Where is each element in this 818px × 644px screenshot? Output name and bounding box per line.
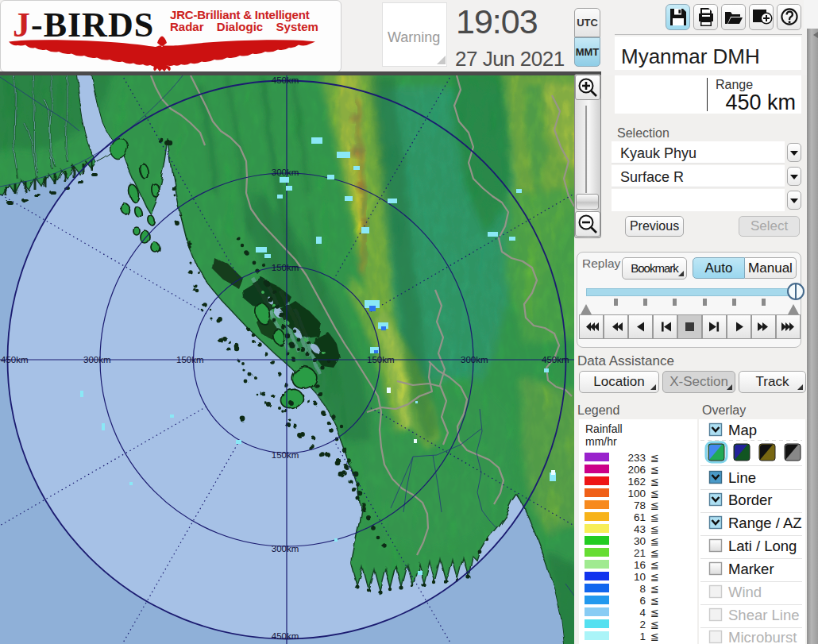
svg-text:≦: ≦: [650, 452, 659, 464]
svg-text:43: 43: [634, 523, 646, 535]
svg-text:150km: 150km: [176, 355, 204, 364]
svg-text:150km: 150km: [367, 355, 395, 364]
svg-text:78: 78: [634, 499, 646, 511]
svg-text:300km: 300km: [461, 355, 488, 364]
svg-text:16: 16: [634, 559, 646, 571]
svg-text:≦: ≦: [650, 607, 659, 619]
svg-text:150km: 150km: [272, 450, 299, 460]
svg-text:Wind: Wind: [728, 584, 762, 600]
svg-text:10: 10: [634, 571, 646, 583]
svg-text:1: 1: [639, 631, 646, 642]
svg-text:300km: 300km: [272, 168, 299, 177]
svg-text:233: 233: [627, 452, 646, 464]
svg-text:≦: ≦: [650, 464, 659, 476]
svg-text:Microburst: Microburst: [728, 629, 797, 644]
svg-text:Marker: Marker: [728, 561, 774, 577]
svg-text:Lati / Long: Lati / Long: [728, 538, 797, 554]
svg-text:300km: 300km: [272, 544, 299, 553]
svg-text:≦: ≦: [650, 619, 659, 631]
svg-text:Map: Map: [728, 422, 757, 438]
svg-text:≦: ≦: [650, 511, 659, 523]
svg-text:450km: 450km: [272, 631, 299, 641]
svg-text:206: 206: [627, 464, 646, 476]
svg-text:≦: ≦: [650, 523, 659, 535]
svg-text:30: 30: [634, 535, 646, 547]
svg-text:162: 162: [627, 476, 646, 488]
svg-text:450km: 450km: [1, 355, 29, 364]
svg-text:8: 8: [639, 583, 646, 595]
svg-text:450km: 450km: [542, 355, 569, 364]
svg-text:Line: Line: [728, 469, 756, 486]
svg-text:≦: ≦: [650, 499, 659, 511]
svg-text:61: 61: [634, 511, 646, 523]
svg-text:≦: ≦: [650, 631, 659, 642]
svg-text:4: 4: [639, 607, 646, 619]
svg-text:≦: ≦: [650, 535, 659, 547]
svg-text:6: 6: [639, 595, 646, 607]
svg-text:≦: ≦: [650, 583, 659, 595]
svg-text:≦: ≦: [650, 571, 659, 583]
svg-text:Shear Line: Shear Line: [728, 607, 799, 623]
svg-text:≦: ≦: [650, 488, 659, 499]
svg-text:Range / AZ: Range / AZ: [728, 515, 802, 531]
svg-text:450km: 450km: [272, 75, 299, 85]
svg-text:300km: 300km: [83, 355, 111, 364]
svg-text:≦: ≦: [650, 476, 659, 488]
svg-text:150km: 150km: [272, 263, 299, 272]
svg-text:21: 21: [634, 547, 646, 559]
svg-text:Border: Border: [728, 492, 773, 508]
svg-text:100: 100: [627, 488, 646, 499]
svg-text:≦: ≦: [650, 595, 659, 607]
svg-text:2: 2: [639, 619, 646, 631]
svg-text:≦: ≦: [650, 547, 659, 559]
svg-text:≦: ≦: [650, 559, 659, 571]
